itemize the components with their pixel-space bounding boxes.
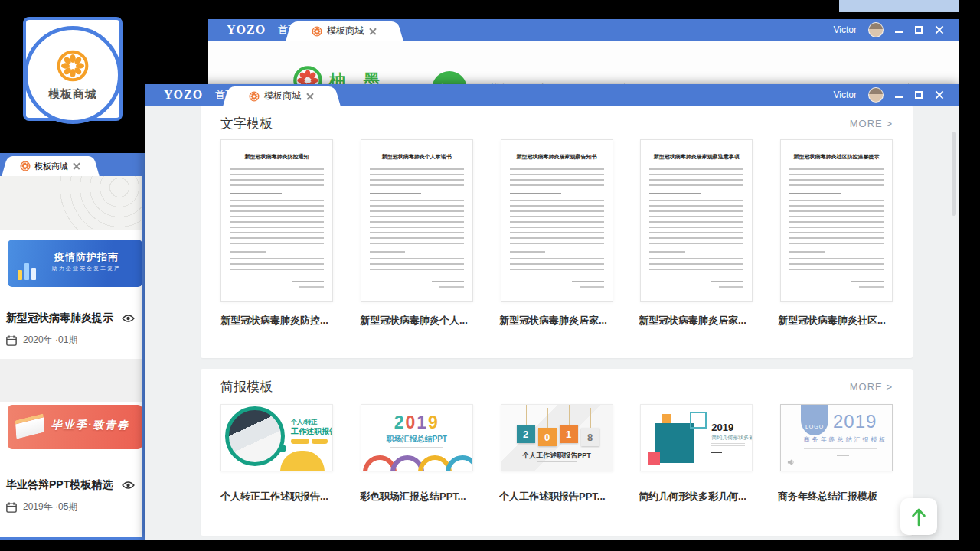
year-tile: 8 bbox=[581, 428, 599, 446]
ppt-thumb-year: 2019 bbox=[361, 412, 472, 433]
ppt-thumb-row: 个人/转正 工作述职报告 2019 职场汇报总结PPT bbox=[220, 404, 893, 471]
doc-thumb-title: 新型冠状病毒肺炎防控通知 bbox=[230, 153, 324, 161]
ppt-caption[interactable]: 个人转正工作述职报告... bbox=[220, 490, 335, 504]
decorative-dash bbox=[711, 452, 722, 453]
decorative-pill bbox=[312, 439, 328, 444]
template-store-icon bbox=[56, 49, 90, 83]
ppt-thumb-year: 2019 bbox=[711, 422, 733, 433]
vertical-scrollbar-thumb[interactable] bbox=[952, 132, 956, 216]
ppt-caption[interactable]: 个人工作述职报告PPT... bbox=[499, 490, 614, 504]
main-window-controls: Victor bbox=[834, 87, 959, 103]
tab-template-store[interactable]: 模板商城 bbox=[231, 86, 332, 106]
ppt-template-thumbnail[interactable]: 2019 职场汇报总结PPT bbox=[361, 404, 473, 471]
doc-caption[interactable]: 新型冠状病毒肺炎防控... bbox=[220, 314, 335, 328]
journal-issue-row: 2019年 ·05期 bbox=[6, 500, 136, 514]
left-tabbar: 模板商城 bbox=[0, 153, 142, 176]
decorative-line bbox=[804, 448, 877, 449]
ppt-thumb-text: 职场汇报总结PPT bbox=[361, 434, 472, 445]
ppt-template-thumbnail[interactable]: LOGO 2019 商务年终总结汇报模板 bbox=[780, 404, 893, 471]
section-header: 文字模板 MORE > bbox=[201, 106, 913, 132]
ppt-thumb-text: 工作述职报告 bbox=[291, 426, 333, 437]
avatar[interactable] bbox=[868, 87, 884, 103]
decorative-dot bbox=[279, 445, 286, 452]
more-link[interactable]: MORE > bbox=[850, 118, 893, 129]
doc-thumb-row: 新型冠状病毒肺炎防控通知 新型冠状病毒肺炎个人承诺书 新型冠状病毒肺炎居家观察告… bbox=[220, 139, 893, 302]
doc-caption[interactable]: 新型冠状病毒肺炎居家... bbox=[639, 314, 753, 328]
journal-issue-text: 2019年 ·05期 bbox=[23, 500, 77, 514]
ppt-thumb-text: 商务年终总结汇报模板 bbox=[781, 435, 892, 444]
yozo-logo: YOZO bbox=[164, 88, 203, 102]
doc-template-thumbnail[interactable]: 新型冠状病毒肺炎社区防控温馨提示 bbox=[780, 139, 893, 302]
badge-label: 模板商城 bbox=[48, 87, 97, 102]
maximize-button[interactable] bbox=[915, 26, 923, 34]
doc-template-thumbnail[interactable]: 新型冠状病毒肺炎居家观察告知书 bbox=[501, 139, 613, 302]
journal-item-title[interactable]: 毕业答辩PPT模板精选 bbox=[6, 478, 135, 492]
journal-issue-text: 2020年 ·01期 bbox=[23, 334, 77, 347]
left-tab-template-store[interactable]: 模板商城 bbox=[9, 156, 92, 176]
ppt-template-thumbnail[interactable]: 个人/转正 工作述职报告 bbox=[220, 404, 333, 471]
doc-caption[interactable]: 新型冠状病毒肺炎个人... bbox=[360, 314, 475, 328]
template-store-icon bbox=[249, 91, 260, 102]
doc-caption[interactable]: 新型冠状病毒肺炎居家... bbox=[499, 314, 614, 328]
ppt-template-thumbnail[interactable]: 2 0 1 8 个人工作述职报告PPT bbox=[501, 404, 613, 471]
user-name: Victor bbox=[834, 24, 857, 35]
store-content: 文字模板 MORE > 新型冠状病毒肺炎防控通知 新型冠状病毒肺炎个人承诺书 新… bbox=[145, 106, 959, 540]
tab-close-icon[interactable] bbox=[72, 161, 81, 171]
doc-template-thumbnail[interactable]: 新型冠状病毒肺炎防控通知 bbox=[220, 139, 333, 302]
ppt-caption[interactable]: 彩色职场汇报总结PPT... bbox=[360, 490, 475, 504]
main-titlebar: YOZO 首页 模板商城 Victor bbox=[145, 84, 959, 106]
decorative-dash bbox=[837, 455, 849, 456]
journal-title-text: 毕业答辩PPT模板精选 bbox=[6, 478, 113, 492]
list-gap bbox=[0, 359, 142, 402]
ppt-caption[interactable]: 简约几何形状多彩几何... bbox=[639, 490, 753, 504]
arrow-up-icon bbox=[910, 507, 927, 527]
journal-banner-epidemic[interactable]: 疫情防护指南 助力企业安全复工复产 bbox=[8, 240, 142, 287]
more-link[interactable]: MORE > bbox=[850, 381, 893, 393]
doc-thumb-title: 新型冠状病毒肺炎社区防控温馨提示 bbox=[789, 153, 884, 161]
journal-banner-graduation[interactable]: 毕业季·致青春 bbox=[8, 405, 142, 449]
doc-body-lines bbox=[510, 168, 604, 189]
maximize-button[interactable] bbox=[915, 91, 923, 99]
close-button[interactable] bbox=[934, 25, 944, 35]
banner-title: 疫情防护指南 bbox=[8, 250, 142, 264]
minimize-button[interactable] bbox=[895, 91, 903, 99]
minimize-button[interactable] bbox=[895, 26, 903, 34]
left-header-texture bbox=[0, 176, 142, 230]
ppt-thumb-text: 个人/转正 bbox=[291, 418, 317, 426]
back-window-controls: Victor bbox=[834, 22, 959, 37]
section-title: 简报模板 bbox=[220, 378, 273, 396]
doc-body-lines bbox=[230, 168, 324, 189]
tab-template-store[interactable]: 模板商城 bbox=[294, 21, 395, 41]
back-titlebar: YOZO 首页 模板商城 Victor bbox=[208, 19, 959, 41]
tab-label: 模板商城 bbox=[327, 24, 364, 37]
doc-template-thumbnail[interactable]: 新型冠状病毒肺炎个人承诺书 bbox=[361, 139, 473, 302]
banner-title: 毕业季·致青春 bbox=[8, 419, 142, 432]
close-button[interactable] bbox=[934, 90, 944, 100]
decorative-lines bbox=[711, 443, 745, 448]
year-tile: 2 bbox=[517, 425, 535, 443]
decorative-line bbox=[537, 461, 577, 462]
scroll-to-top-button[interactable] bbox=[900, 498, 937, 535]
doc-template-thumbnail[interactable]: 新型冠状病毒肺炎居家观察注意事项 bbox=[640, 139, 753, 302]
window-template-store-main: YOZO 首页 模板商城 Victor 文字模板 MORE > 新型冠状病毒肺炎… bbox=[145, 84, 959, 540]
background-window-edge[interactable] bbox=[839, 0, 959, 12]
speaker-icon bbox=[787, 458, 795, 466]
tab-label: 模板商城 bbox=[264, 90, 301, 103]
ppt-thumb-year: 2019 bbox=[833, 411, 877, 432]
ppt-caption[interactable]: 商务年终总结汇报模板 bbox=[778, 490, 893, 504]
tab-close-icon[interactable] bbox=[305, 92, 315, 101]
doc-caption[interactable]: 新型冠状病毒肺炎社区... bbox=[778, 314, 893, 328]
doc-body-lines bbox=[370, 168, 464, 189]
doc-thumb-title: 新型冠状病毒肺炎居家观察告知书 bbox=[510, 153, 604, 161]
avatar[interactable] bbox=[868, 22, 884, 37]
doc-body-lines bbox=[649, 168, 743, 189]
user-name: Victor bbox=[834, 90, 857, 100]
journal-item-title[interactable]: 新型冠状病毒肺炎提示 bbox=[6, 311, 135, 325]
pink-square bbox=[648, 452, 660, 465]
decorative-line bbox=[390, 447, 443, 448]
ppt-template-thumbnail[interactable]: 2019 简约几何形状多彩 bbox=[640, 404, 753, 471]
template-store-launcher[interactable]: 模板商城 bbox=[24, 26, 122, 124]
decorative-pill bbox=[291, 439, 309, 444]
year-tile: 0 bbox=[538, 428, 557, 446]
tab-close-icon[interactable] bbox=[368, 27, 377, 36]
